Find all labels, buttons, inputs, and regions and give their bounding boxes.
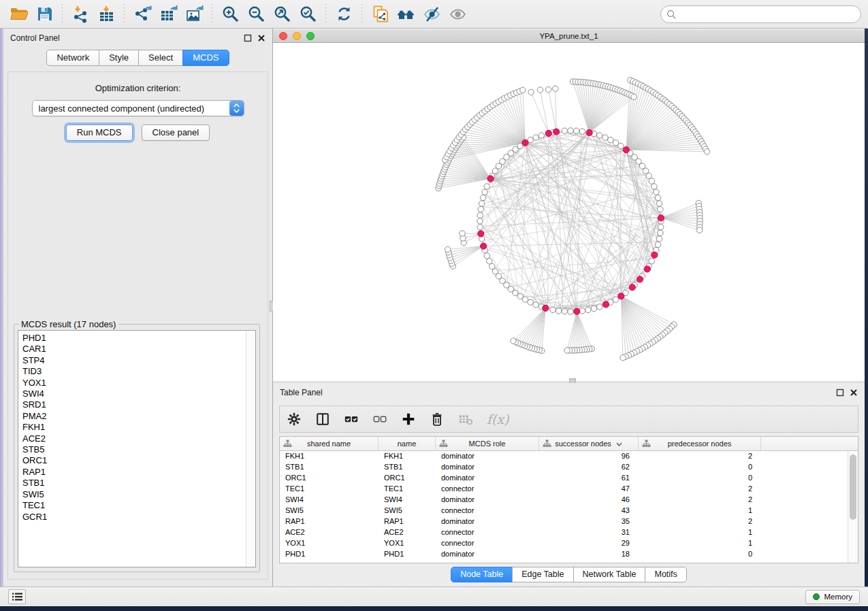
ring-node[interactable]	[487, 259, 492, 264]
run-mcds-button[interactable]: Run MCDS	[66, 125, 133, 141]
float-panel-icon[interactable]	[244, 34, 252, 42]
leaf-node[interactable]	[564, 348, 570, 353]
search-input[interactable]	[660, 5, 861, 23]
mcds-result-item[interactable]: TID3	[22, 366, 251, 377]
select-all-rows-button[interactable]	[344, 411, 359, 427]
mcds-hub-node[interactable]	[553, 129, 560, 135]
open-file-button[interactable]	[7, 3, 30, 25]
table-settings-button[interactable]	[287, 411, 302, 427]
export-network-button[interactable]	[131, 3, 154, 25]
mcds-hub-node[interactable]	[478, 231, 484, 237]
ring-node[interactable]	[562, 309, 567, 314]
table-row[interactable]: SWI4SWI4dominator462	[280, 495, 858, 506]
mcds-result-item[interactable]: STB5	[22, 444, 251, 455]
column-header-name[interactable]: name	[379, 437, 436, 450]
mcds-hub-node[interactable]	[545, 130, 551, 136]
ring-node[interactable]	[654, 189, 659, 195]
ring-node[interactable]	[658, 206, 663, 212]
ring-node[interactable]	[656, 236, 662, 242]
column-header-shared-name[interactable]: shared name	[280, 437, 379, 450]
export-table-button[interactable]	[157, 3, 180, 25]
network-view-canvas[interactable]	[273, 43, 865, 381]
ring-node[interactable]	[484, 184, 489, 189]
ring-node[interactable]	[556, 308, 561, 314]
table-row[interactable]: SWI5SWI5connector431	[280, 506, 858, 516]
first-neighbors-button[interactable]	[394, 3, 417, 25]
ring-node[interactable]	[492, 269, 498, 274]
tab-network-table[interactable]: Network Table	[573, 567, 646, 582]
mcds-result-item[interactable]: YOX1	[22, 378, 251, 389]
zoom-in-button[interactable]	[219, 3, 242, 25]
leaf-node[interactable]	[696, 227, 702, 233]
ring-node[interactable]	[613, 297, 618, 302]
ring-node[interactable]	[562, 128, 567, 133]
column-header-MCDS-role[interactable]: MCDS role	[436, 437, 539, 450]
mcds-result-item[interactable]: SWI5	[22, 489, 251, 500]
ring-node[interactable]	[477, 224, 483, 229]
add-column-button[interactable]	[401, 411, 416, 427]
ring-node[interactable]	[568, 309, 573, 314]
ring-node[interactable]	[477, 212, 483, 218]
leaf-node[interactable]	[460, 231, 465, 236]
tab-network[interactable]: Network	[46, 50, 99, 66]
ring-node[interactable]	[550, 307, 556, 312]
table-row[interactable]: TEC1TEC1connector472	[280, 484, 858, 495]
mcds-hub-node[interactable]	[618, 293, 624, 299]
mcds-result-item[interactable]: STP4	[22, 355, 251, 366]
memory-button[interactable]: Memory	[805, 590, 860, 604]
leaf-node[interactable]	[520, 87, 526, 93]
mcds-result-item[interactable]: PHD1	[22, 333, 251, 344]
column-selector-button[interactable]	[315, 411, 330, 427]
tab-select[interactable]: Select	[138, 50, 183, 66]
ring-node[interactable]	[539, 133, 544, 138]
leaf-node[interactable]	[445, 246, 451, 252]
mcds-hub-node[interactable]	[629, 284, 635, 291]
ring-node[interactable]	[489, 263, 495, 269]
close-panel-icon[interactable]	[257, 34, 266, 42]
leaf-node[interactable]	[704, 149, 709, 154]
table-scrollbar[interactable]	[848, 452, 858, 563]
tab-style[interactable]: Style	[99, 50, 139, 66]
zoom-fit-button[interactable]	[270, 3, 293, 25]
ring-node[interactable]	[478, 206, 483, 212]
leaf-node[interactable]	[537, 87, 543, 93]
mcds-result-item[interactable]: ORC1	[22, 455, 251, 466]
import-network-button[interactable]	[69, 3, 92, 25]
ring-node[interactable]	[658, 224, 664, 229]
ring-node[interactable]	[658, 230, 663, 235]
new-network-from-selection-button[interactable]	[368, 3, 391, 25]
mcds-hub-node[interactable]	[574, 308, 580, 314]
ring-node[interactable]	[652, 184, 657, 189]
deselect-all-rows-button[interactable]	[372, 411, 387, 427]
tab-motifs[interactable]: Motifs	[645, 567, 686, 582]
table-row[interactable]: YOX1YOX1connector291	[280, 538, 858, 549]
ring-node[interactable]	[528, 299, 533, 305]
mcds-result-item[interactable]: CAR1	[22, 344, 251, 354]
table-scrollbar-thumb[interactable]	[850, 455, 856, 520]
optimization-criterion-dropdown[interactable]: largest connected component (undirected)	[32, 100, 244, 116]
ring-node[interactable]	[522, 297, 528, 302]
table-row[interactable]: ACE2ACE2connector311	[280, 527, 858, 538]
ring-node[interactable]	[579, 129, 585, 134]
ring-node[interactable]	[591, 306, 596, 311]
mcds-hub-node[interactable]	[658, 215, 664, 221]
ring-node[interactable]	[585, 307, 591, 312]
leaf-node[interactable]	[620, 355, 626, 361]
zoom-selected-button[interactable]	[296, 3, 319, 25]
tab-node-table[interactable]: Node Table	[451, 567, 513, 582]
ring-node[interactable]	[479, 201, 484, 206]
hide-selected-button[interactable]	[420, 3, 443, 25]
mcds-hub-node[interactable]	[602, 301, 609, 308]
zoom-out-button[interactable]	[244, 3, 268, 25]
mcds-result-item[interactable]: ACE2	[22, 433, 251, 444]
apply-layout-button[interactable]	[332, 3, 355, 25]
import-table-button[interactable]	[95, 3, 118, 25]
ring-node[interactable]	[480, 195, 485, 200]
table-row[interactable]: STB1STB1dominator620	[280, 462, 858, 473]
table-row[interactable]: RAP1RAP1dominator352	[280, 516, 858, 527]
automation-panel-button[interactable]	[8, 589, 26, 604]
ring-node[interactable]	[656, 201, 662, 206]
ring-node[interactable]	[484, 253, 489, 259]
ring-node[interactable]	[649, 259, 654, 264]
ring-node[interactable]	[608, 137, 613, 143]
